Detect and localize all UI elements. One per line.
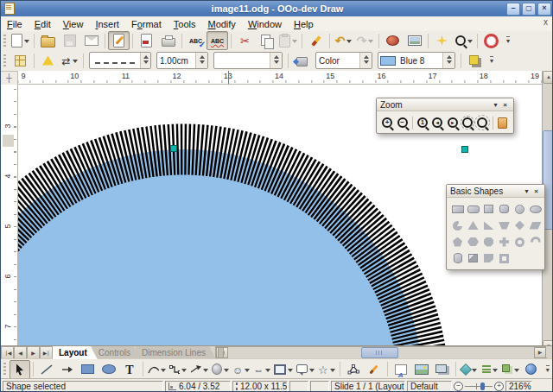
zoom-floating-toolbar[interactable]: Zoom <box>376 98 514 134</box>
shape-cross-button[interactable] <box>496 234 512 250</box>
line-style-select[interactable] <box>89 52 151 69</box>
zoom-page-width-button[interactable] <box>475 114 489 131</box>
menu-edit[interactable]: Edit <box>29 18 57 30</box>
copy-button[interactable] <box>256 31 277 50</box>
zoom-out-slider-button[interactable] <box>454 382 463 391</box>
toolbar-grip[interactable] <box>3 363 6 376</box>
menu-insert[interactable]: Insert <box>89 18 125 30</box>
insert-image-button[interactable] <box>411 360 432 379</box>
toolbar-menu-button[interactable] <box>491 100 500 110</box>
menu-format[interactable]: Format <box>125 18 168 30</box>
toolbar-overflow-button[interactable] <box>505 35 515 47</box>
block-arrows-button[interactable] <box>251 360 272 379</box>
edit-points-button[interactable] <box>343 360 364 379</box>
zoom-previous-button[interactable] <box>430 114 444 131</box>
shape-right-triangle-button[interactable] <box>480 218 497 233</box>
gallery-button[interactable] <box>432 360 453 379</box>
ellipse-tool-button[interactable] <box>99 360 119 379</box>
spinner[interactable] <box>442 53 454 68</box>
tab-controls[interactable]: Controls <box>92 346 141 359</box>
object-size-cell[interactable]: 12.00 x 11.50 <box>232 381 288 392</box>
close-document-button[interactable]: x <box>543 17 548 27</box>
lines-arrows-button[interactable] <box>188 360 210 379</box>
area-dialog-button[interactable] <box>291 51 313 70</box>
menu-file[interactable]: File <box>1 18 29 30</box>
shape-ellipse-button[interactable] <box>527 201 543 217</box>
flowchart-button[interactable] <box>272 360 295 379</box>
chart-button[interactable] <box>382 31 404 50</box>
toolbar-grip[interactable] <box>3 54 6 67</box>
tab-splitter-handle[interactable] <box>218 347 224 358</box>
menu-modify[interactable]: Modify <box>201 18 241 30</box>
shape-circle-pie-button[interactable] <box>449 218 466 233</box>
shadow-button[interactable] <box>464 51 486 70</box>
shape-paper-button[interactable] <box>480 250 497 266</box>
vertical-ruler[interactable]: 34567 <box>1 85 18 345</box>
arrange-button[interactable] <box>500 360 521 379</box>
horizontal-scrollbar[interactable] <box>215 346 547 359</box>
rectangle-tool-button[interactable] <box>78 360 99 379</box>
zoom-out-button[interactable] <box>395 114 409 131</box>
auto-spellcheck-button[interactable] <box>207 31 228 50</box>
redo-button[interactable] <box>354 31 376 50</box>
close-toolbar-button[interactable] <box>500 100 510 110</box>
toolbar-menu-button[interactable] <box>522 187 531 196</box>
zoom-button[interactable] <box>453 31 474 50</box>
zoom-in-slider-button[interactable] <box>494 382 504 391</box>
circle-with-dashed-border[interactable] <box>18 149 423 345</box>
menu-tools[interactable]: Tools <box>168 18 202 30</box>
rotate-button[interactable] <box>459 360 480 379</box>
shape-regular-pentagon-button[interactable] <box>449 234 466 250</box>
object-zoom-button[interactable] <box>496 114 510 131</box>
shape-rectangle-rounded-button[interactable] <box>465 201 481 217</box>
shape-cylinder-button[interactable] <box>449 250 466 266</box>
line-dialog-button[interactable] <box>37 51 59 70</box>
basic-shapes-palette[interactable]: Basic Shapes <box>446 184 545 270</box>
menu-view[interactable]: View <box>57 18 90 30</box>
zoom-level-cell[interactable]: 216% <box>505 381 532 392</box>
ruler-origin-button[interactable] <box>1 71 18 85</box>
zoom-toolbar-titlebar[interactable]: Zoom <box>377 98 513 111</box>
tab-dimension-lines[interactable]: Dimension Lines <box>136 346 216 359</box>
save-button[interactable] <box>59 31 80 50</box>
zoom-100-button[interactable] <box>416 114 429 131</box>
zoom-entire-page-button[interactable] <box>461 114 474 131</box>
shape-block-arc-button[interactable] <box>527 234 543 250</box>
minimize-button[interactable] <box>506 3 520 16</box>
new-document-button[interactable] <box>10 31 31 50</box>
page-style-cell[interactable]: Default <box>407 381 452 392</box>
area-fill-select[interactable]: Blue 8 <box>378 52 455 69</box>
callouts-button[interactable] <box>295 360 316 379</box>
close-palette-button[interactable] <box>531 187 541 196</box>
zoom-slider-track[interactable] <box>465 383 493 390</box>
horizontal-scrollbar-thumb[interactable] <box>361 347 398 358</box>
zoom-in-button[interactable] <box>380 114 394 131</box>
last-tab-button[interactable] <box>40 346 53 359</box>
shape-parallelogram-button[interactable] <box>527 218 543 233</box>
edit-file-button[interactable] <box>108 31 130 50</box>
help-button[interactable] <box>480 31 502 50</box>
shape-circle-button[interactable] <box>512 201 528 217</box>
text-tool-button[interactable] <box>119 360 140 379</box>
shape-hexagon-button[interactable] <box>465 234 481 250</box>
shape-trapezoid-button[interactable] <box>496 218 512 233</box>
extrusion-button[interactable] <box>521 360 542 379</box>
zoom-slider[interactable] <box>454 382 504 391</box>
arrow-style-button[interactable] <box>59 51 80 70</box>
close-button[interactable] <box>537 3 551 16</box>
glue-points-button[interactable] <box>364 360 385 379</box>
email-button[interactable] <box>80 31 102 50</box>
navigator-button[interactable] <box>431 31 453 50</box>
print-button[interactable] <box>157 31 179 50</box>
spinner[interactable] <box>140 53 150 68</box>
area-style-select[interactable]: Color <box>315 52 372 69</box>
menu-window[interactable]: Window <box>242 18 288 30</box>
previous-tab-button[interactable] <box>14 346 27 359</box>
line-tool-button[interactable] <box>36 360 57 379</box>
title-bar[interactable]: image11.odg - OOo-dev Draw <box>1 1 553 16</box>
curve-tool-button[interactable] <box>146 360 168 379</box>
next-tab-button[interactable] <box>27 346 40 359</box>
selection-handle[interactable] <box>170 145 177 152</box>
stars-button[interactable] <box>316 360 337 379</box>
shape-cube-button[interactable] <box>465 250 481 266</box>
